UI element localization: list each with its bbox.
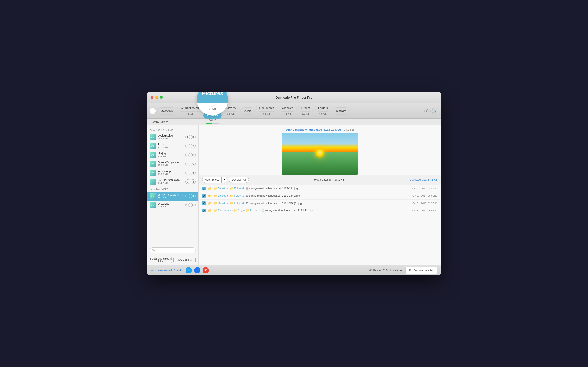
minimize-button[interactable] xyxy=(155,96,158,99)
cleaned-text: You have cleaned 53.5 MB! xyxy=(151,269,183,272)
file-icon: 🖼 xyxy=(246,202,249,205)
auto-select-button[interactable]: ✳ Auto Select xyxy=(173,257,196,263)
section-large-label: From 100 KB to 1 MB xyxy=(147,127,198,133)
circle-size: 30 MB xyxy=(208,107,217,111)
auto-select-button[interactable]: Auto Select xyxy=(202,176,222,183)
folder-icon-sm: 📁 xyxy=(234,209,237,212)
sun-graphic xyxy=(315,148,324,157)
search-input[interactable] xyxy=(150,247,196,253)
list-item[interactable]: JPG geologist.jpg 445.4 KB 2 3 xyxy=(147,133,198,142)
file-icon: 🖼 xyxy=(246,194,249,197)
duplicate-count: 9 duplicates for 758.2 KB xyxy=(251,178,408,181)
tab-pictures-container: Pictures 30 MB Pictures 30 MB xyxy=(203,99,222,124)
tab-archives[interactable]: Archives 41 KB xyxy=(279,105,297,117)
breadcrumb: 📁 Desktop › 📁 Folder 4 › 🖼 sunny-meadow-… xyxy=(214,202,410,205)
remove-btn-label: Remove Selected xyxy=(413,269,434,272)
folder-icon-sm: 📁 xyxy=(214,209,217,212)
duplicate-panel: Auto Select ▾ Deselect All 9 duplicates … xyxy=(199,175,441,265)
list-item[interactable]: JPG ocean.jpg 22.5 KB 13 17 xyxy=(147,200,198,209)
file-info: surfstyle.jpg 128.8 KB xyxy=(158,170,183,176)
row-checkbox[interactable] xyxy=(202,201,206,205)
bc-folder: 📁 Folder 4 xyxy=(230,202,244,205)
twitter-button[interactable]: 🐦 xyxy=(186,267,192,274)
file-thumbnail: JPG xyxy=(150,179,156,185)
badge-group: 3 4 xyxy=(185,179,196,184)
row-checkbox[interactable] xyxy=(202,187,206,190)
duplicate-list: 📁 📁 Desktop › 📁 Folder 4 › xyxy=(199,185,441,265)
breadcrumb: 📁 Desktop › 📁 Folder 4 › 🖼 sunny-meadow-… xyxy=(214,187,410,190)
deselect-all-button[interactable]: Deselect All xyxy=(229,176,249,183)
tab-folders[interactable]: Folders 4.5 GB xyxy=(315,105,331,117)
dup-size-label: Duplicate size: xyxy=(410,178,427,181)
badge-group: 7 9 xyxy=(185,194,196,198)
file-thumbnail: JPG xyxy=(150,202,156,208)
preview-image xyxy=(282,133,358,175)
bc-folder: 📁 Folder 1 xyxy=(230,194,244,197)
file-icon: 🖼 xyxy=(246,187,249,190)
file-thumbnail: JPG xyxy=(150,193,156,199)
breadcrumb: 📁 Desktop › 📁 Folder 1 › 🖼 sunny-meadow-… xyxy=(214,194,410,197)
remove-selected-button[interactable]: 🗑 Remove Selected xyxy=(405,267,437,274)
main-content: From 100 KB to 1 MB JPG geologist.jpg 44… xyxy=(147,125,441,265)
badge-group: 2 3 xyxy=(185,135,196,139)
tab-music[interactable]: Music xyxy=(240,108,255,115)
file-info: sunny-meadow-landscape_1112-1... 84.2 KB xyxy=(158,193,183,199)
files-selected-text: 64 files for 23.9 MB selected xyxy=(369,269,403,272)
file-info: geologist.jpg 445.4 KB xyxy=(158,134,183,140)
badge-group: 10 14 xyxy=(185,153,196,157)
select-duplicates-button[interactable]: Select Duplicates in Folder xyxy=(150,257,172,263)
list-item[interactable]: JPG Grand-Canyon-Arizona.jpg 152.9 KB 4 … xyxy=(147,159,198,168)
close-button[interactable] xyxy=(151,96,154,99)
row-checkbox[interactable] xyxy=(202,209,206,212)
folder-icon-sm: 📁 xyxy=(230,187,233,190)
list-item[interactable]: JPG sky.jpg 214 KB 10 14 xyxy=(147,150,198,159)
search-area xyxy=(147,245,198,255)
folder-icon-sm: 📁 xyxy=(246,209,249,212)
email-button[interactable]: ✉ xyxy=(203,267,209,274)
folder-icon-sm: 📁 xyxy=(230,202,233,205)
file-date: Oct 31, 2017, 09:56:11 xyxy=(412,194,437,197)
auto-select-arrow[interactable]: ▾ xyxy=(222,176,227,183)
duplicate-size: Duplicate size: 84.2 KB xyxy=(410,178,437,181)
preview-image-container xyxy=(199,133,441,175)
folder-icon: 📁 xyxy=(208,194,212,198)
file-thumbnail: JPG xyxy=(150,134,156,140)
bc-filename: sunny-meadow-landscape_1112-134 2.jpg xyxy=(249,194,300,197)
tab-documents[interactable]: Documents 63 MB xyxy=(256,105,277,117)
tab-others[interactable]: Others 3.2 GB xyxy=(298,105,313,117)
bc-filename: sunny-meadow-landscape_1112-134 (1).jpg xyxy=(249,202,302,205)
wifi-button[interactable]: 📡 xyxy=(432,108,438,114)
badge-group: 13 17 xyxy=(185,203,196,207)
bc-folder: 📁 Folder 4 xyxy=(230,187,244,190)
sort-button[interactable]: Sort by Size ▼ xyxy=(151,120,169,124)
info-button[interactable]: ⓘ xyxy=(424,108,431,114)
folder-icon: 📁 xyxy=(208,209,212,212)
maximize-button[interactable] xyxy=(160,96,163,99)
list-item[interactable]: JPG surfstyle.jpg 128.8 KB 7 8 xyxy=(147,168,198,177)
bc-folder: 📁 Documents xyxy=(214,209,232,212)
file-thumbnail: JPG xyxy=(150,161,156,167)
file-thumbnail: JPG xyxy=(150,170,156,176)
file-date: Oct 31, 2017, 09:56:11 xyxy=(412,187,437,190)
file-thumbnail: JPG xyxy=(150,152,156,158)
dup-size-value: 84.2 KB xyxy=(428,178,437,181)
section-small-label: Less than 100KB xyxy=(147,186,198,192)
list-item[interactable]: JPG 1.jpg 227.1 KB 1 2 xyxy=(147,142,198,150)
row-checkbox[interactable] xyxy=(202,194,206,198)
file-info: tmb_130949_6297.jpg 114.3 KB xyxy=(158,179,183,185)
list-item-selected[interactable]: JPG sunny-meadow-landscape_1112-1... 84.… xyxy=(147,192,198,200)
file-info: ocean.jpg 22.5 KB xyxy=(158,202,183,208)
bc-folder: 📁 Desktop xyxy=(214,187,228,190)
list-item[interactable]: JPG tmb_130949_6297.jpg 114.3 KB 3 4 xyxy=(147,177,198,186)
badge-group: 1 2 xyxy=(185,144,196,148)
tab-overview[interactable]: Overview xyxy=(157,108,176,115)
sidebar: From 100 KB to 1 MB JPG geologist.jpg 44… xyxy=(147,125,199,265)
folder-icon-sm: 📁 xyxy=(214,202,217,205)
facebook-button[interactable]: f xyxy=(194,267,200,274)
statusbar: You have cleaned 53.5 MB! 🐦 f ✉ 64 files… xyxy=(147,265,441,275)
tab-similars[interactable]: Similars xyxy=(333,108,350,115)
file-thumbnail: JPG xyxy=(150,143,156,149)
table-row: 📁 📁 Desktop › 📁 Folder 4 › xyxy=(199,185,441,192)
back-button[interactable]: ‹ xyxy=(150,108,156,114)
preview-filename: sunny-meadow-landscape_1112-134.jpg xyxy=(285,128,341,131)
